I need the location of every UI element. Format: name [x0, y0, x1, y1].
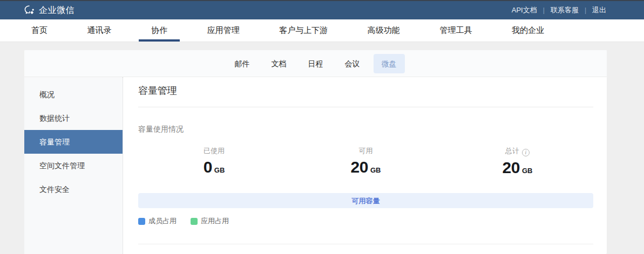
topbar-link[interactable]: 联系客服 [537, 5, 579, 15]
legend-label: 应用占用 [201, 216, 229, 226]
sidebar-item[interactable]: 概况 [24, 83, 123, 106]
stat-number: 0 [204, 158, 212, 176]
page-title: 容量管理 [138, 84, 593, 98]
stat-label: 可用 [359, 147, 373, 155]
main-content: 容量管理 容量使用情况 已使用 0GB [123, 77, 607, 254]
stat-label-row: 已使用 [138, 146, 290, 156]
stat-value: 20GB [442, 159, 593, 177]
subtab[interactable]: 会议 [337, 54, 368, 73]
nav-item[interactable]: 管理工具 [439, 19, 472, 42]
sidebar-item[interactable]: 文件安全 [24, 177, 123, 201]
subtab[interactable]: 微盘 [374, 54, 405, 73]
stat-label-row: 总计 [442, 146, 593, 156]
nav-item[interactable]: 首页 [31, 19, 48, 42]
legend-item: 应用占用 [191, 216, 229, 226]
sidebar: 概况 数据统计 容量管理 空间文件管理 文件安全 [24, 77, 123, 254]
topbar-link[interactable]: 退出 [579, 5, 606, 15]
stat-value: 0GB [138, 158, 290, 176]
wecom-logo-icon [23, 4, 35, 16]
section-divider [138, 244, 593, 244]
stat-block: 已使用 0GB [138, 146, 290, 177]
nav-item[interactable]: 我的企业 [512, 19, 544, 42]
nav-item[interactable]: 客户与上下游 [279, 19, 328, 42]
sidebar-item[interactable]: 空间文件管理 [24, 154, 123, 177]
capacity-bar-label: 可用容量 [352, 197, 380, 205]
main-nav-items: 首页 通讯录 协作 应用管理 客户与上下游 高级功能 管理工具 我的企业 [31, 19, 544, 42]
nav-item[interactable]: 应用管理 [207, 19, 240, 42]
nav-item[interactable]: 高级功能 [368, 19, 400, 42]
top-bar: 企业微信 API文档 联系客服 退出 [0, 0, 644, 19]
topbar-link[interactable]: API文档 [512, 5, 537, 15]
stat-block: 可用 20GB [290, 146, 442, 177]
legend-item: 成员占用 [138, 216, 177, 226]
stat-unit: GB [214, 166, 225, 174]
stat-number: 20 [503, 159, 520, 176]
capacity-bar: 可用容量 [138, 193, 593, 208]
capacity-stats: 已使用 0GB 可用 20GB [138, 146, 593, 177]
legend: 成员占用 应用占用 [138, 216, 593, 226]
section-label: 容量使用情况 [138, 123, 593, 134]
brand-area: 企业微信 [23, 4, 74, 16]
sidebar-item[interactable]: 容量管理 [24, 130, 123, 154]
stat-unit: GB [522, 167, 533, 175]
stat-label-row: 可用 [290, 146, 442, 156]
content-card: 邮件 文档 日程 会议 微盘 概况 数据统计 容量管理 空间文件管理 文件安全 … [24, 50, 607, 254]
stat-label: 已使用 [204, 147, 225, 155]
stat-label: 总计 [505, 147, 519, 155]
subtab[interactable]: 文档 [263, 54, 295, 73]
subtab[interactable]: 邮件 [227, 54, 258, 73]
subtab-bar: 邮件 文档 日程 会议 微盘 [24, 50, 607, 77]
brand-title: 企业微信 [39, 5, 74, 16]
stat-unit: GB [370, 166, 381, 174]
card-body: 概况 数据统计 容量管理 空间文件管理 文件安全 容量管理 容量使用情况 已使用 [24, 77, 607, 254]
info-icon[interactable] [522, 149, 530, 156]
stat-number: 20 [351, 158, 368, 176]
legend-swatch [138, 218, 145, 225]
stat-value: 20GB [290, 158, 442, 176]
main-nav: 首页 通讯录 协作 应用管理 客户与上下游 高级功能 管理工具 我的企业 [0, 19, 644, 42]
legend-label: 成员占用 [148, 216, 177, 226]
title-divider [138, 107, 593, 107]
sidebar-item[interactable]: 数据统计 [24, 106, 123, 130]
subtab[interactable]: 日程 [300, 54, 331, 73]
legend-swatch [191, 218, 198, 225]
nav-item[interactable]: 通讯录 [87, 19, 112, 42]
nav-item[interactable]: 协作 [151, 19, 167, 42]
stat-block: 总计 20GB [442, 146, 593, 177]
topbar-links: API文档 联系客服 退出 [512, 5, 606, 15]
